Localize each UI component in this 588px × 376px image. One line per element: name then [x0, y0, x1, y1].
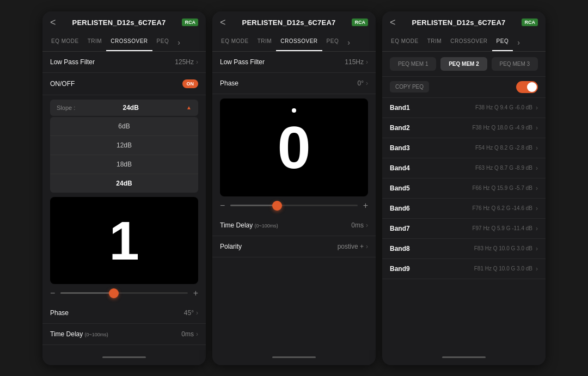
- tab-more-2[interactable]: ›: [343, 34, 354, 51]
- slider-plus-icon-2[interactable]: +: [363, 201, 368, 211]
- slider-minus-icon-2[interactable]: −: [220, 201, 225, 211]
- phase-label-1: Phase: [50, 309, 69, 317]
- band-label-5: Band5: [390, 184, 417, 192]
- screen1-header: < PERLISTEN_D12s_6C7EA7 RCA: [42, 11, 206, 34]
- peq-toggle[interactable]: [516, 81, 538, 93]
- phase-chevron-2: ›: [366, 79, 368, 87]
- screen2-nav-tabs: EQ MODE TRIM CROSSOVER PEQ ›: [212, 34, 376, 52]
- polarity-label-2: Polarity: [220, 243, 242, 250]
- screen3-content: PEQ MEM 1 PEQ MEM 2 PEQ MEM 3 COPY PEQ B…: [382, 52, 546, 350]
- tab-eq-mode-3[interactable]: EQ MODE: [387, 34, 423, 51]
- on-off-toggle-1[interactable]: ON: [182, 79, 199, 88]
- copy-peq-button[interactable]: COPY PEQ: [390, 81, 429, 93]
- slider-minus-icon-1[interactable]: −: [50, 288, 55, 298]
- screen2-title: PERLISTEN_D12s_6C7EA7: [242, 19, 336, 27]
- slider-thumb-1[interactable]: [109, 288, 119, 298]
- phase-value-2: 0° ›: [358, 79, 368, 87]
- screen1-badge: RCA: [182, 19, 198, 26]
- band-row-3[interactable]: Band3 F54 Hz Q 8.2 G -2.8 dB ›: [382, 138, 546, 158]
- band-label-6: Band6: [390, 205, 417, 212]
- band-value-7: F97 Hz Q 5.9 G -11.4 dB: [417, 225, 532, 231]
- low-pass-filter-value-1: 125Hz ›: [175, 58, 198, 66]
- low-pass-filter-row-1[interactable]: Low Pass Filter 125Hz ›: [42, 52, 206, 73]
- band-row-7[interactable]: Band7 F97 Hz Q 5.9 G -11.4 dB ›: [382, 219, 546, 239]
- tab-eq-mode-1[interactable]: EQ MODE: [47, 34, 83, 51]
- band-row-8[interactable]: Band8 F83 Hz Q 10.0 G 3.0 dB ›: [382, 239, 546, 259]
- low-pass-filter-value-2: 115Hz ›: [345, 58, 368, 66]
- copy-peq-row: COPY PEQ: [382, 77, 546, 98]
- tab-more-3[interactable]: ›: [513, 34, 524, 51]
- slope-option-18db[interactable]: 18dB: [50, 155, 198, 174]
- slider-plus-icon-1[interactable]: +: [193, 288, 198, 298]
- slope-option-24db[interactable]: 24dB: [50, 174, 198, 193]
- screens-container: < PERLISTEN_D12s_6C7EA7 RCA EQ MODE TRIM…: [0, 0, 588, 376]
- big-number-display-1: 1: [50, 197, 198, 284]
- on-off-row-1[interactable]: ON/OFF ON: [42, 73, 206, 95]
- tab-crossover-1[interactable]: CROSSOVER: [106, 34, 152, 51]
- screen1-nav-tabs: EQ MODE TRIM CROSSOVER PEQ ›: [42, 34, 206, 52]
- slider-track-1[interactable]: [60, 292, 187, 294]
- band-row-5[interactable]: Band5 F66 Hz Q 15.9 G -5.7 dB ›: [382, 178, 546, 199]
- slope-option-6db[interactable]: 6dB: [50, 117, 198, 136]
- tab-trim-3[interactable]: TRIM: [423, 34, 446, 51]
- tab-crossover-3[interactable]: CROSSOVER: [446, 34, 492, 51]
- slope-dropdown-1: 6dB 12dB 18dB 24dB: [50, 117, 198, 193]
- screen3-nav-tabs: EQ MODE TRIM CROSSOVER PEQ ›: [382, 34, 546, 52]
- tab-trim-2[interactable]: TRIM: [253, 34, 276, 51]
- polarity-row-1[interactable]: Polarity postive + ›: [42, 345, 206, 350]
- on-off-label-1: ON/OFF: [50, 80, 75, 88]
- tab-peq-2[interactable]: PEQ: [322, 34, 344, 51]
- low-pass-chevron-1: ›: [196, 58, 198, 66]
- band-chevron-6: ›: [536, 205, 538, 212]
- band-label-4: Band4: [390, 164, 417, 172]
- peq-mem-3-btn[interactable]: PEQ MEM 3: [492, 57, 538, 71]
- tab-crossover-2[interactable]: CROSSOVER: [276, 34, 322, 51]
- band-row-9[interactable]: Band9 F81 Hz Q 10.0 G 3.0 dB ›: [382, 259, 546, 279]
- band-value-9: F81 Hz Q 10.0 G 3.0 dB: [417, 266, 532, 272]
- slider-track-2[interactable]: [230, 205, 357, 206]
- time-delay-row-2[interactable]: Time Delay (0~100ms) 0ms ›: [212, 215, 376, 236]
- slope-option-12db[interactable]: 12dB: [50, 136, 198, 155]
- phase-chevron-1: ›: [196, 309, 198, 317]
- band-row-6[interactable]: Band6 F76 Hz Q 6.2 G -14.6 dB ›: [382, 199, 546, 219]
- band-chevron-1: ›: [536, 104, 538, 112]
- band-chevron-5: ›: [536, 184, 538, 192]
- slope-container-1: Slope : 24dB ▲ 6dB 12dB 18dB 24dB: [50, 100, 198, 193]
- band-chevron-9: ›: [536, 265, 538, 273]
- slider-thumb-2[interactable]: [272, 201, 282, 211]
- screen2-content: Low Pass Filter 115Hz › Phase 0° › 0: [212, 52, 376, 350]
- band-value-2: F38 Hz Q 18.0 G -4.9 dB: [417, 125, 532, 131]
- tab-peq-3[interactable]: PEQ: [492, 34, 513, 51]
- polarity-row-2[interactable]: Polarity postive + ›: [212, 236, 376, 257]
- time-delay-value-2: 0ms ›: [351, 221, 368, 229]
- slope-row-1[interactable]: Slope : 24dB ▲: [50, 100, 198, 116]
- band-row-1[interactable]: Band1 F38 Hz Q 9.4 G -6.0 dB ›: [382, 98, 546, 118]
- tab-eq-mode-2[interactable]: EQ MODE: [217, 34, 253, 51]
- slider-container-1[interactable]: − +: [50, 288, 198, 298]
- tab-more-1[interactable]: ›: [173, 34, 185, 51]
- low-pass-filter-row-2[interactable]: Low Pass Filter 115Hz ›: [212, 52, 376, 73]
- low-pass-filter-label-1: Low Pass Filter: [50, 58, 95, 66]
- screen3-title: PERLISTEN_D12s_6C7EA7: [412, 19, 506, 27]
- phase-row-1[interactable]: Phase 45° ›: [42, 303, 206, 324]
- slider-container-2[interactable]: − +: [220, 201, 368, 211]
- low-pass-filter-label-2: Low Pass Filter: [220, 58, 265, 66]
- phase-value-1: 45° ›: [184, 309, 198, 317]
- screen1-back-button[interactable]: <: [50, 17, 56, 28]
- polarity-chevron-2: ›: [366, 243, 368, 250]
- screen3-back-button[interactable]: <: [390, 17, 396, 28]
- band-chevron-3: ›: [536, 144, 538, 152]
- time-delay-chevron-2: ›: [366, 221, 368, 229]
- bands-container: Band1 F38 Hz Q 9.4 G -6.0 dB › Band2 F38…: [382, 98, 546, 279]
- band-label-8: Band8: [390, 245, 417, 252]
- phase-row-2[interactable]: Phase 0° ›: [212, 73, 376, 94]
- screen2-back-button[interactable]: <: [220, 17, 226, 28]
- peq-mem-2-btn[interactable]: PEQ MEM 2: [440, 57, 487, 71]
- tab-peq-1[interactable]: PEQ: [152, 34, 174, 51]
- time-delay-row-1[interactable]: Time Delay (0~100ms) 0ms ›: [42, 324, 206, 345]
- peq-mem-1-btn[interactable]: PEQ MEM 1: [390, 57, 436, 71]
- tab-trim-1[interactable]: TRIM: [83, 34, 106, 51]
- band-row-4[interactable]: Band4 F63 Hz Q 8.7 G -8.9 dB ›: [382, 158, 546, 178]
- band-row-2[interactable]: Band2 F38 Hz Q 18.0 G -4.9 dB ›: [382, 118, 546, 138]
- time-delay-label-1: Time Delay (0~100ms): [50, 330, 108, 338]
